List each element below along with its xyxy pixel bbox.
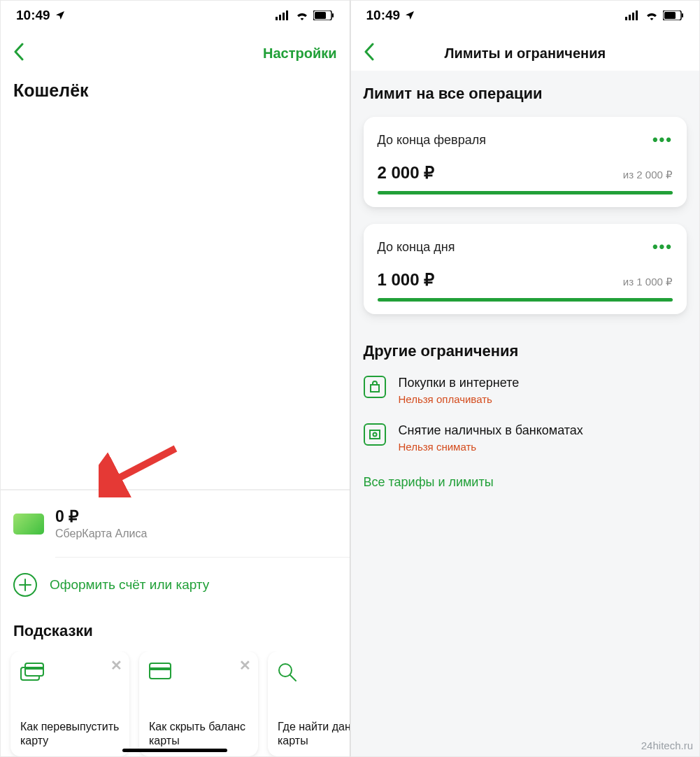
hint-card[interactable]: ✕ Как перевыпустить карту [10,651,129,756]
svg-rect-11 [150,667,171,670]
battery-icon [663,10,684,20]
wifi-icon [295,10,309,20]
limit-amount: 2 000 ₽ [378,163,435,183]
svg-rect-0 [276,17,278,20]
battery-icon [313,10,334,20]
cellular-icon [625,10,641,20]
card-balance: 0 ₽ [55,507,337,526]
cash-icon [364,423,386,446]
restriction-status: Нельзя оплачивать [399,393,520,405]
svg-line-13 [290,675,296,681]
hint-card[interactable]: Где найти данные карты [268,651,350,756]
bag-icon [364,376,386,398]
svg-rect-9 [25,667,43,670]
nav-bar: Лимиты и ограничения [351,27,700,71]
svg-rect-2 [283,13,285,20]
cellular-icon [276,10,291,20]
svg-rect-3 [286,10,288,20]
nav-bar: Настройки [1,27,350,71]
svg-rect-6 [332,13,334,17]
search-icon [278,663,350,686]
wifi-icon [645,10,659,20]
more-icon[interactable]: ••• [652,238,673,256]
hint-text: Как скрыть баланс карты [149,720,248,748]
limit-progress [378,191,673,194]
close-icon[interactable]: ✕ [239,657,251,674]
card-row[interactable]: 0 ₽ СберКарта Алиса [1,507,350,547]
close-icon[interactable]: ✕ [110,657,122,674]
card-name: СберКарта Алиса [55,528,337,540]
hint-card[interactable]: ✕ Как скрыть баланс карты [139,651,258,756]
location-icon [55,10,66,21]
hints-title: Подсказки [1,608,350,651]
svg-rect-15 [625,17,627,20]
new-account-label: Оформить счёт или карту [50,577,209,593]
cards-icon [20,663,120,686]
page-title: Кошелёк [1,71,350,106]
card-icon [149,663,248,686]
hint-text: Как перевыпустить карту [20,720,120,748]
more-icon[interactable]: ••• [652,131,673,149]
svg-rect-5 [315,12,326,19]
svg-rect-22 [370,430,380,439]
restriction-internet[interactable]: Покупки в интернете Нельзя оплачивать [364,376,687,405]
svg-point-23 [373,433,376,437]
limit-card-month[interactable]: До конца февраля ••• 2 000 ₽ из 2 000 ₽ [364,117,687,207]
status-bar: 10:49 [351,1,700,27]
screen-wallet: 10:49 Настройки [0,0,350,757]
screen-limits: 10:49 Лимиты и ограниче [350,0,701,757]
back-button[interactable] [13,43,33,64]
location-icon [404,10,415,21]
svg-rect-10 [150,663,171,679]
hints-carousel[interactable]: ✕ Как перевыпустить карту ✕ Как скрыть б… [1,651,350,756]
restriction-atm[interactable]: Снятие наличных в банкоматах Нельзя сним… [364,423,687,453]
plus-icon [13,573,37,597]
restriction-status: Нельзя снимать [399,441,583,453]
limit-period: До конца дня [378,240,455,255]
limit-amount: 1 000 ₽ [378,270,435,290]
new-account-button[interactable]: Оформить счёт или карту [1,558,350,608]
restriction-name: Снятие наличных в банкоматах [399,423,583,438]
limit-period: До конца февраля [378,133,486,148]
card-icon [13,514,44,535]
hint-text: Где найти данные карты [278,720,350,748]
nav-title: Лимиты и ограничения [383,45,668,62]
settings-button[interactable]: Настройки [263,45,337,62]
other-restrictions-title: Другие ограничения [364,342,687,360]
svg-rect-18 [636,10,638,20]
status-bar: 10:49 [1,1,350,27]
all-tariffs-link[interactable]: Все тарифы и лимиты [351,471,700,490]
restriction-name: Покупки в интернете [399,376,520,390]
limit-progress [378,298,673,302]
svg-rect-1 [279,15,281,20]
divider [1,489,350,490]
status-time: 10:49 [16,8,50,23]
status-time: 10:49 [366,8,401,23]
home-indicator[interactable] [122,749,227,752]
svg-rect-16 [629,15,631,20]
svg-rect-17 [632,13,634,20]
svg-rect-20 [664,12,676,19]
limit-card-day[interactable]: До конца дня ••• 1 000 ₽ из 1 000 ₽ [364,224,687,314]
limit-of: из 1 000 ₽ [623,276,673,288]
back-button[interactable] [364,43,383,64]
svg-rect-21 [682,13,683,17]
limit-of: из 2 000 ₽ [623,169,673,181]
section-title: Лимит на все операции [351,71,700,110]
watermark: 24hitech.ru [641,740,693,751]
